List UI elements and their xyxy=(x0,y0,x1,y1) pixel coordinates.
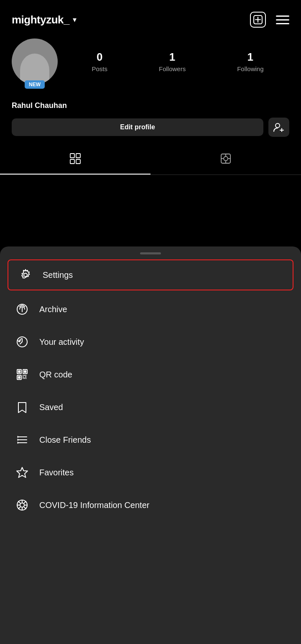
username-text: mightyzuk_ xyxy=(12,13,69,26)
followers-count: 1 xyxy=(169,51,175,64)
svg-point-40 xyxy=(26,378,27,379)
posts-label: Posts xyxy=(92,65,107,72)
tab-tagged[interactable] xyxy=(150,145,301,174)
svg-point-3 xyxy=(275,123,280,128)
menu-item-covid-center[interactable]: COVID-19 Information Center xyxy=(0,489,301,521)
settings-label: Settings xyxy=(43,270,73,280)
avatar xyxy=(12,38,58,85)
close-friends-icon xyxy=(15,433,29,447)
archive-icon xyxy=(15,302,29,316)
qr-code-icon xyxy=(15,367,29,382)
profile-section: NEW 0 Posts 1 Followers 1 Following xyxy=(0,34,301,93)
svg-rect-8 xyxy=(70,159,74,164)
tagged-icon xyxy=(220,153,232,166)
svg-point-34 xyxy=(24,375,25,376)
close-friends-label: Close Friends xyxy=(39,435,91,445)
stats-row: 0 Posts 1 Followers 1 Following xyxy=(66,51,289,72)
chevron-down-icon: ▾ xyxy=(73,15,77,24)
qr-code-label: QR code xyxy=(39,370,72,380)
svg-line-54 xyxy=(18,501,20,503)
svg-rect-7 xyxy=(76,154,80,158)
svg-line-56 xyxy=(24,501,26,503)
favorites-icon xyxy=(15,465,29,480)
svg-point-35 xyxy=(26,375,27,376)
top-bar: mightyzuk_ ▾ xyxy=(0,0,301,34)
grid-icon xyxy=(69,153,81,166)
saved-icon xyxy=(15,400,29,414)
svg-marker-45 xyxy=(18,439,19,441)
avatar-wrapper[interactable]: NEW xyxy=(12,38,58,85)
svg-marker-46 xyxy=(18,441,19,444)
menu-item-close-friends[interactable]: Close Friends xyxy=(0,423,301,456)
followers-label: Followers xyxy=(159,65,186,72)
menu-item-qr-code[interactable]: QR code xyxy=(0,358,301,391)
sheet-handle xyxy=(0,246,301,257)
avatar-silhouette xyxy=(20,54,49,85)
svg-line-55 xyxy=(24,507,26,509)
tabs-row xyxy=(0,145,301,175)
following-count: 1 xyxy=(247,51,253,64)
display-name: Rahul Chauhan xyxy=(0,93,301,110)
settings-icon xyxy=(18,268,33,282)
svg-point-11 xyxy=(224,157,228,161)
covid-center-icon xyxy=(15,498,29,512)
add-post-icon[interactable] xyxy=(250,12,266,28)
svg-point-37 xyxy=(26,377,27,377)
your-activity-label: Your activity xyxy=(39,337,84,347)
svg-point-16 xyxy=(24,273,27,277)
saved-label: Saved xyxy=(39,403,63,412)
following-label: Following xyxy=(237,65,263,72)
username-area[interactable]: mightyzuk_ ▾ xyxy=(12,13,77,26)
svg-rect-22 xyxy=(18,371,20,372)
svg-point-33 xyxy=(23,375,24,376)
covid-center-label: COVID-19 Information Center xyxy=(39,500,149,510)
tab-grid[interactable] xyxy=(0,145,150,174)
svg-rect-6 xyxy=(70,154,74,158)
add-friend-icon xyxy=(273,123,284,132)
svg-line-57 xyxy=(18,507,20,509)
stat-following[interactable]: 1 Following xyxy=(237,51,263,72)
favorites-label: Favorites xyxy=(39,468,74,477)
svg-rect-23 xyxy=(24,371,26,372)
svg-rect-9 xyxy=(76,159,80,164)
svg-point-36 xyxy=(23,377,24,377)
menu-item-saved[interactable]: Saved xyxy=(0,391,301,423)
svg-rect-24 xyxy=(18,377,20,378)
your-activity-icon xyxy=(15,335,29,349)
menu-item-archive[interactable]: Archive xyxy=(0,293,301,326)
top-icons xyxy=(250,12,289,28)
svg-point-39 xyxy=(24,378,25,379)
menu-item-your-activity[interactable]: Your activity xyxy=(0,326,301,358)
edit-profile-button[interactable]: Edit profile xyxy=(12,118,263,136)
archive-label: Archive xyxy=(39,305,67,314)
stat-followers[interactable]: 1 Followers xyxy=(159,51,186,72)
menu-item-settings[interactable]: Settings xyxy=(8,259,293,290)
posts-count: 0 xyxy=(97,51,102,64)
bottom-sheet: Settings Archive Your activity xyxy=(0,246,301,644)
stat-posts[interactable]: 0 Posts xyxy=(92,51,107,72)
menu-item-favorites[interactable]: Favorites xyxy=(0,456,301,489)
hamburger-icon[interactable] xyxy=(276,15,289,24)
svg-marker-47 xyxy=(17,467,28,477)
svg-point-38 xyxy=(23,378,24,379)
new-badge: NEW xyxy=(25,80,45,89)
svg-marker-44 xyxy=(18,436,19,438)
action-buttons: Edit profile xyxy=(0,110,301,145)
add-friend-button[interactable] xyxy=(268,118,289,137)
handle-bar xyxy=(140,252,161,254)
